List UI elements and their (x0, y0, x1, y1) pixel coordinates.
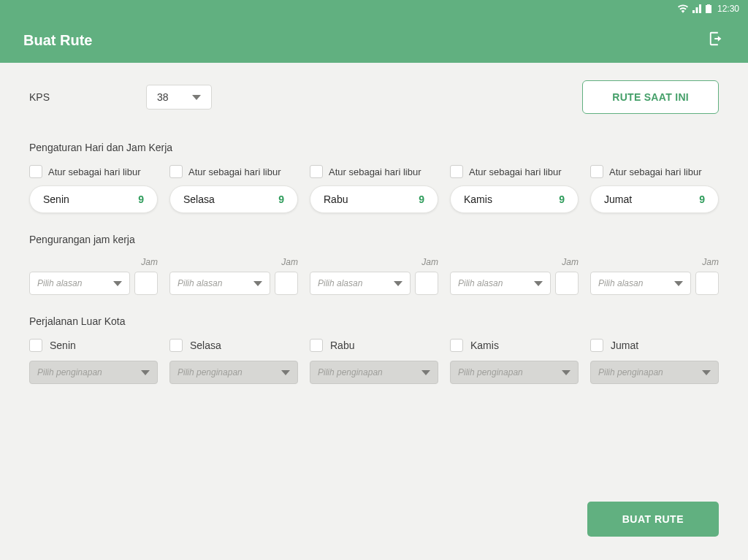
jam-input-0[interactable] (134, 272, 158, 295)
lodging-select-2: Pilih penginapan (310, 361, 438, 384)
jam-label: Jam (310, 257, 438, 267)
chevron-down-icon (192, 95, 201, 100)
travel-checkbox-4[interactable] (590, 339, 603, 352)
lodging-placeholder: Pilih penginapan (458, 367, 523, 377)
lodging-placeholder: Pilih penginapan (37, 367, 102, 377)
holiday-checkbox-2[interactable] (310, 165, 323, 178)
kps-select[interactable]: 38 (146, 85, 212, 110)
holiday-checkbox-3[interactable] (450, 165, 463, 178)
travel-day-label: Senin (50, 340, 76, 351)
holiday-label: Atur sebagai hari libur (329, 166, 421, 177)
lodging-select-1: Pilih penginapan (169, 361, 298, 384)
chevron-down-icon (141, 370, 150, 375)
reason-placeholder: Pilih alasan (37, 278, 82, 288)
lodging-select-4: Pilih penginapan (590, 361, 719, 384)
day-name: Jumat (604, 193, 632, 205)
chevron-down-icon (702, 370, 711, 375)
chevron-down-icon (562, 370, 570, 375)
reason-placeholder: Pilih alasan (178, 278, 222, 288)
create-route-button[interactable]: BUAT RUTE (587, 502, 719, 537)
day-pill-1[interactable]: Selasa 9 (169, 185, 298, 213)
travel-checkbox-3[interactable] (450, 339, 463, 352)
day-hours: 9 (419, 193, 424, 205)
jam-input-2[interactable] (415, 272, 438, 295)
travel-day-label: Kamis (470, 340, 499, 351)
travel-checkbox-2[interactable] (310, 339, 323, 352)
holiday-label: Atur sebagai hari libur (469, 166, 561, 177)
chevron-down-icon (281, 370, 290, 375)
signal-icon (692, 4, 701, 13)
jam-label: Jam (590, 257, 719, 267)
day-name: Rabu (324, 193, 348, 205)
jam-input-4[interactable] (695, 272, 719, 295)
current-route-button[interactable]: RUTE SAAT INI (582, 80, 719, 114)
reason-select-2[interactable]: Pilih alasan (310, 272, 411, 295)
app-bar: Buat Rute (0, 18, 748, 63)
chevron-down-icon (674, 281, 683, 286)
reason-select-3[interactable]: Pilih alasan (450, 272, 551, 295)
lodging-placeholder: Pilih penginapan (178, 367, 243, 377)
day-name: Kamis (464, 193, 492, 205)
day-hours: 9 (699, 193, 705, 205)
day-pill-3[interactable]: Kamis 9 (450, 185, 579, 213)
lodging-placeholder: Pilih penginapan (318, 367, 383, 377)
reduction-row: Jam Pilih alasan Jam Pilih alasan Jam (29, 257, 719, 295)
holiday-checkbox-1[interactable] (169, 165, 183, 178)
reason-select-0[interactable]: Pilih alasan (29, 272, 130, 295)
jam-label: Jam (169, 257, 298, 267)
travel-label: Perjalanan Luar Kota (29, 315, 719, 327)
days-row: Atur sebagai hari libur Senin 9 Atur seb… (29, 165, 719, 213)
lodging-select-0: Pilih penginapan (29, 361, 158, 384)
holiday-label: Atur sebagai hari libur (188, 166, 280, 177)
jam-label: Jam (29, 257, 158, 267)
reduction-label: Pengurangan jam kerja (29, 234, 719, 245)
travel-day-label: Jumat (611, 340, 638, 351)
jam-input-3[interactable] (555, 272, 579, 295)
jam-input-1[interactable] (275, 272, 298, 295)
chevron-down-icon (113, 281, 122, 286)
lodging-select-3: Pilih penginapan (450, 361, 579, 384)
chevron-down-icon (253, 281, 262, 286)
day-hours: 9 (559, 193, 565, 205)
status-time: 12:30 (717, 4, 739, 14)
travel-day-label: Rabu (330, 340, 354, 351)
holiday-label: Atur sebagai hari libur (609, 166, 701, 177)
day-pill-2[interactable]: Rabu 9 (310, 185, 438, 213)
day-hours: 9 (278, 193, 284, 205)
travel-row: Senin Pilih penginapan Selasa Pilih peng… (29, 339, 719, 384)
chevron-down-icon (534, 281, 543, 286)
reason-select-1[interactable]: Pilih alasan (169, 272, 270, 295)
battery-icon (706, 4, 711, 13)
jam-label: Jam (450, 257, 579, 267)
travel-checkbox-1[interactable] (169, 339, 183, 352)
exit-icon[interactable] (709, 31, 725, 50)
chevron-down-icon (421, 370, 430, 375)
chevron-down-icon (394, 281, 402, 286)
day-name: Senin (43, 193, 69, 205)
day-pill-0[interactable]: Senin 9 (29, 185, 158, 213)
day-name: Selasa (183, 193, 215, 205)
reason-placeholder: Pilih alasan (318, 278, 362, 288)
work-schedule-label: Pengaturan Hari dan Jam Kerja (29, 142, 719, 153)
status-bar: 12:30 (0, 0, 748, 18)
kps-value: 38 (157, 91, 169, 103)
holiday-label: Atur sebagai hari libur (48, 166, 140, 177)
travel-day-label: Selasa (190, 340, 221, 351)
kps-label: KPS (29, 91, 146, 103)
holiday-checkbox-4[interactable] (590, 165, 603, 178)
day-hours: 9 (138, 193, 144, 205)
travel-checkbox-0[interactable] (29, 339, 42, 352)
lodging-placeholder: Pilih penginapan (598, 367, 663, 377)
page-title: Buat Rute (23, 32, 92, 49)
holiday-checkbox-0[interactable] (29, 165, 42, 178)
reason-select-4[interactable]: Pilih alasan (590, 272, 691, 295)
day-pill-4[interactable]: Jumat 9 (590, 185, 719, 213)
wifi-icon (678, 4, 688, 13)
reason-placeholder: Pilih alasan (458, 278, 503, 288)
reason-placeholder: Pilih alasan (598, 278, 643, 288)
